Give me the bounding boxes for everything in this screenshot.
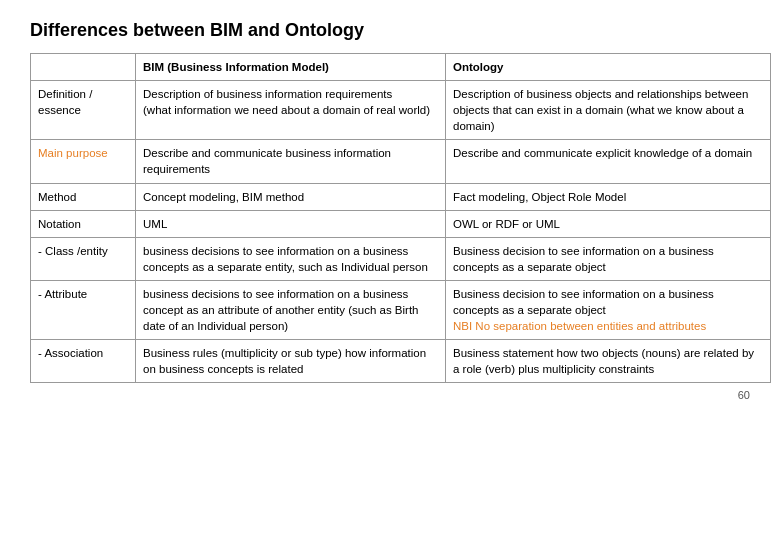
header-bim: BIM (Business Information Model) bbox=[136, 54, 446, 81]
row-label: Definition / essence bbox=[31, 81, 136, 140]
row-ontology: Business decision to see information on … bbox=[446, 280, 771, 339]
table-row: NotationUMLOWL or RDF or UML bbox=[31, 210, 771, 237]
row-ontology: Description of business objects and rela… bbox=[446, 81, 771, 140]
row-label: Method bbox=[31, 183, 136, 210]
row-label: - Association bbox=[31, 340, 136, 383]
row-bim: Description of business information requ… bbox=[136, 81, 446, 140]
table-header-row: BIM (Business Information Model) Ontolog… bbox=[31, 54, 771, 81]
header-ontology: Ontology bbox=[446, 54, 771, 81]
table-row: MethodConcept modeling, BIM methodFact m… bbox=[31, 183, 771, 210]
page-title: Differences between BIM and Ontology bbox=[30, 20, 750, 41]
table-row: - Attributebusiness decisions to see inf… bbox=[31, 280, 771, 339]
row-label: - Attribute bbox=[31, 280, 136, 339]
table-row: Main purposeDescribe and communicate bus… bbox=[31, 140, 771, 183]
table-row: - AssociationBusiness rules (multiplicit… bbox=[31, 340, 771, 383]
row-label: - Class /entity bbox=[31, 237, 136, 280]
comparison-table: BIM (Business Information Model) Ontolog… bbox=[30, 53, 771, 383]
table-row: - Class /entitybusiness decisions to see… bbox=[31, 237, 771, 280]
page-number: 60 bbox=[30, 389, 750, 401]
header-label bbox=[31, 54, 136, 81]
row-bim: business decisions to see information on… bbox=[136, 280, 446, 339]
row-label: Notation bbox=[31, 210, 136, 237]
row-ontology: Business decision to see information on … bbox=[446, 237, 771, 280]
row-bim: Business rules (multiplicity or sub type… bbox=[136, 340, 446, 383]
row-bim: UML bbox=[136, 210, 446, 237]
row-bim: business decisions to see information on… bbox=[136, 237, 446, 280]
row-ontology: Describe and communicate explicit knowle… bbox=[446, 140, 771, 183]
row-bim: Concept modeling, BIM method bbox=[136, 183, 446, 210]
row-label: Main purpose bbox=[31, 140, 136, 183]
row-bim: Describe and communicate business inform… bbox=[136, 140, 446, 183]
row-ontology: Business statement how two objects (noun… bbox=[446, 340, 771, 383]
row-ontology: OWL or RDF or UML bbox=[446, 210, 771, 237]
row-ontology: Fact modeling, Object Role Model bbox=[446, 183, 771, 210]
table-row: Definition / essenceDescription of busin… bbox=[31, 81, 771, 140]
